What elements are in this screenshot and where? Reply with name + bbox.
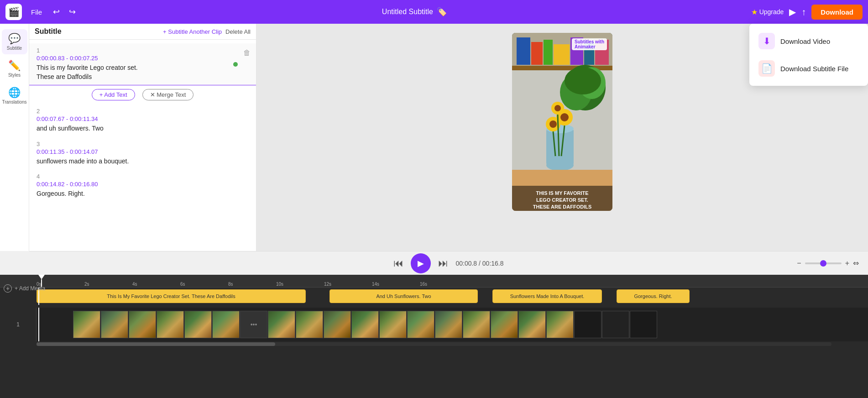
panel-title: Subtitle (35, 27, 159, 36)
file-menu-button[interactable]: File (27, 6, 46, 18)
share-button[interactable]: ↑ (801, 7, 806, 17)
download-button[interactable]: Download (811, 5, 863, 20)
film-frame (184, 311, 212, 338)
download-video-option[interactable]: ⬇ Download Video (749, 27, 868, 55)
subtitle-clip-1[interactable]: This Is My Favorite Lego Creator Set. Th… (37, 289, 306, 303)
subtitle-clip-3[interactable]: Sunflowers Made Into A Bouquet. (492, 289, 602, 303)
svg-point-20 (560, 113, 569, 121)
subtitle-num-2: 2 (37, 108, 249, 115)
redo-button[interactable]: ↪ (67, 5, 78, 19)
subtitle-time-1: 0:00:00.83 - 0:00:07.25 (37, 55, 249, 62)
timeline-scrollbar[interactable] (37, 342, 831, 346)
scrollbar-thumb[interactable] (37, 342, 275, 346)
subtitle-panel-header: Subtitle + Subtitle Another Clip Delete … (29, 24, 256, 40)
zoom-slider[interactable] (805, 262, 842, 264)
video-frame: THIS IS MY FAVORITE LEGO CREATOR SET. TH… (512, 33, 612, 211)
svg-rect-15 (546, 129, 574, 165)
subtitle-time-3: 0:00:11.35 - 0:00:14.07 (37, 148, 249, 155)
svg-point-22 (554, 105, 561, 111)
film-frame (602, 311, 629, 338)
zoom-plus-button[interactable]: + (845, 259, 849, 267)
subtitle-text-2: and uh sunflowers. Two (37, 124, 249, 133)
add-merge-row: + Add Text ✕ Merge Text (29, 85, 256, 104)
zoom-fit-button[interactable]: ⇔ (853, 259, 859, 267)
subtitle-time-2: 0:00:07.67 - 0:00:11.34 (37, 115, 249, 122)
film-frame (324, 311, 351, 338)
svg-rect-3 (531, 42, 543, 65)
download-video-icon: ⬇ (758, 33, 775, 49)
film-frame (435, 311, 462, 338)
merge-text-button[interactable]: ✕ Merge Text (142, 89, 194, 100)
download-video-label: Download Video (780, 37, 830, 45)
download-subtitle-option[interactable]: 📄 Download Subtitle File (749, 55, 868, 82)
subtitle-panel: Subtitle + Subtitle Another Clip Delete … (29, 24, 256, 251)
subtitle-time-4: 0:00:14.82 - 0:00:16.80 (37, 181, 249, 188)
subtitle-delete-1[interactable]: 🗑 (243, 49, 251, 57)
document-title: Untitled Subtitle 🏷️ (83, 7, 745, 17)
svg-text:THESE ARE DAFFODILS: THESE ARE DAFFODILS (533, 204, 592, 209)
film-frame (101, 311, 128, 338)
subtitle-text-3: sunflowers made into a bouquet. (37, 157, 249, 166)
styles-icon: ✏️ (8, 60, 21, 72)
svg-rect-2 (517, 37, 530, 65)
film-frame (491, 311, 518, 338)
subtitle-list: 1 0:00:00.83 - 0:00:07.25 This is my fav… (29, 40, 256, 251)
subtitle-item-3[interactable]: 3 0:00:11.35 - 0:00:14.07 sunflowers mad… (29, 137, 256, 170)
zoom-slider-thumb[interactable] (820, 260, 826, 267)
skip-forward-button[interactable]: ⏭ (438, 257, 448, 269)
translations-icon: 🌐 (8, 87, 21, 99)
film-frame (518, 311, 546, 338)
download-subtitle-label: Download Subtitle File (780, 65, 848, 73)
film-frame (546, 311, 574, 338)
film-frame (463, 311, 490, 338)
film-frame (129, 311, 156, 338)
add-text-button[interactable]: + Add Text (92, 89, 135, 100)
subtitle-item-2[interactable]: 2 0:00:07.67 - 0:00:11.34 and uh sunflow… (29, 104, 256, 137)
subtitle-text-1: This is my favorite Lego creator set.The… (37, 63, 249, 81)
timeline-ruler: 0s 2s 4s 6s 8s 10s 12s 14s 16s (0, 275, 868, 288)
subtitle-clip-2[interactable]: And Uh Sunflowers. Two (329, 289, 478, 303)
subtitle-item-4[interactable]: 4 0:00:14.82 - 0:00:16.80 Gorgeous. Righ… (29, 169, 256, 202)
plus-icon: + (4, 284, 12, 293)
add-clip-button[interactable]: + Subtitle Another Clip (163, 28, 222, 35)
main-layout: 💬 Subtitle ✏️ Styles 🌐 Translations Subt… (0, 24, 868, 251)
sidebar-item-styles[interactable]: ✏️ Styles (2, 56, 27, 81)
zoom-minus-button[interactable]: − (797, 259, 801, 267)
subtitle-num-1: 1 (37, 47, 249, 54)
film-frame (212, 311, 240, 338)
subtitle-text-4: Gorgeous. Right. (37, 189, 249, 199)
play-pause-button[interactable]: ▶ (411, 253, 431, 273)
delete-all-button[interactable]: Delete All (225, 28, 251, 35)
svg-rect-4 (544, 40, 553, 65)
film-frame (157, 311, 184, 338)
app-logo: 🎬 (5, 4, 22, 20)
upgrade-button[interactable]: ★ Upgrade (751, 8, 784, 16)
film-frame (379, 311, 407, 338)
subtitle-num-3: 3 (37, 141, 249, 147)
topbar-right: ★ Upgrade ▶ ↑ Download (751, 5, 863, 20)
film-frame (296, 311, 323, 338)
skip-back-button[interactable]: ⏮ (393, 257, 403, 269)
topbar: 🎬 File ↩ ↪ Untitled Subtitle 🏷️ ★ Upgrad… (0, 0, 868, 24)
subtitle-track: This Is My Favorite Lego Creator Set. Th… (0, 288, 868, 305)
subtitle-active-dot-1 (233, 62, 238, 67)
svg-point-13 (565, 67, 601, 94)
svg-rect-5 (554, 44, 570, 65)
timeline-area: + + Add Media 0s 2s 4s 6s 8s 10s 12s 14s… (0, 275, 868, 398)
svg-text:THIS IS MY FAVORITE: THIS IS MY FAVORITE (536, 190, 588, 196)
subtitle-num-4: 4 (37, 173, 249, 180)
film-frame (351, 311, 379, 338)
undo-button[interactable]: ↩ (51, 5, 62, 19)
animaker-logo: Subtitles withAnimaker (572, 38, 607, 50)
star-icon: ★ (751, 8, 758, 16)
subtitle-clip-4[interactable]: Gorgeous. Right. (617, 289, 690, 303)
add-media-button[interactable]: + + Add Media (4, 284, 45, 293)
film-frame (268, 311, 295, 338)
title-icon: 🏷️ (437, 7, 447, 17)
subtitle-item-1[interactable]: 1 0:00:00.83 - 0:00:07.25 This is my fav… (29, 43, 256, 85)
sidebar-item-subtitle[interactable]: 💬 Subtitle (2, 29, 27, 54)
subtitle-icon: 💬 (8, 33, 21, 45)
preview-play-button[interactable]: ▶ (789, 6, 796, 17)
sidebar-item-translations[interactable]: 🌐 Translations (2, 83, 27, 108)
time-display: 00:00.8 / 00:16.8 (455, 260, 503, 267)
